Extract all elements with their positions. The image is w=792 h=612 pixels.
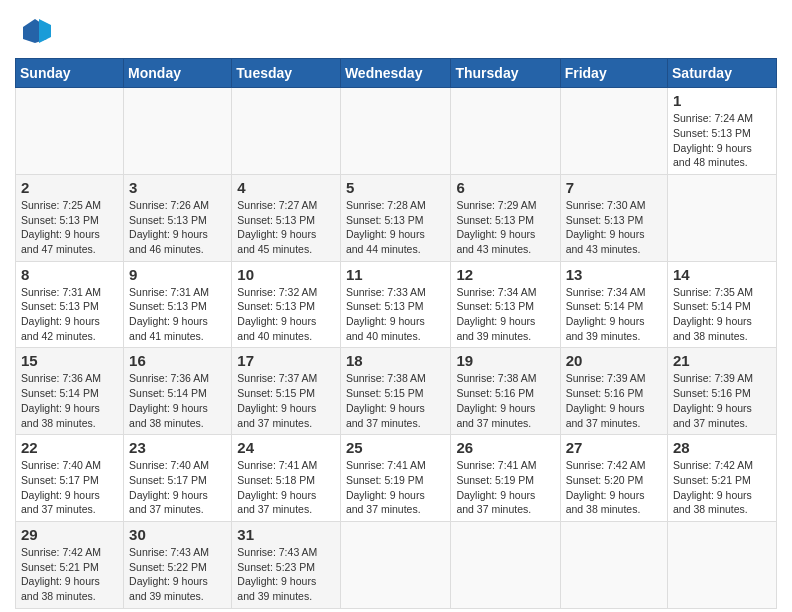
day-info: Sunrise: 7:25 AMSunset: 5:13 PMDaylight:… xyxy=(21,198,118,257)
day-info: Sunrise: 7:41 AMSunset: 5:18 PMDaylight:… xyxy=(237,458,335,517)
day-number: 23 xyxy=(129,439,226,456)
day-number: 19 xyxy=(456,352,554,369)
col-sunday: Sunday xyxy=(16,59,124,88)
day-info: Sunrise: 7:43 AMSunset: 5:23 PMDaylight:… xyxy=(237,545,335,604)
day-info: Sunrise: 7:42 AMSunset: 5:20 PMDaylight:… xyxy=(566,458,662,517)
table-row: 1Sunrise: 7:24 AMSunset: 5:13 PMDaylight… xyxy=(668,88,777,175)
col-friday: Friday xyxy=(560,59,667,88)
day-info: Sunrise: 7:40 AMSunset: 5:17 PMDaylight:… xyxy=(21,458,118,517)
day-info: Sunrise: 7:36 AMSunset: 5:14 PMDaylight:… xyxy=(21,371,118,430)
day-info: Sunrise: 7:34 AMSunset: 5:13 PMDaylight:… xyxy=(456,285,554,344)
calendar-week-row: 2Sunrise: 7:25 AMSunset: 5:13 PMDaylight… xyxy=(16,174,777,261)
day-info: Sunrise: 7:41 AMSunset: 5:19 PMDaylight:… xyxy=(346,458,446,517)
calendar-week-row: 15Sunrise: 7:36 AMSunset: 5:14 PMDayligh… xyxy=(16,348,777,435)
table-row: 29Sunrise: 7:42 AMSunset: 5:21 PMDayligh… xyxy=(16,521,124,608)
table-row xyxy=(451,521,560,608)
page-header xyxy=(15,15,777,48)
day-number: 4 xyxy=(237,179,335,196)
svg-marker-1 xyxy=(39,19,51,43)
day-info: Sunrise: 7:34 AMSunset: 5:14 PMDaylight:… xyxy=(566,285,662,344)
day-info: Sunrise: 7:37 AMSunset: 5:15 PMDaylight:… xyxy=(237,371,335,430)
table-row: 11Sunrise: 7:33 AMSunset: 5:13 PMDayligh… xyxy=(340,261,451,348)
day-info: Sunrise: 7:29 AMSunset: 5:13 PMDaylight:… xyxy=(456,198,554,257)
table-row xyxy=(451,88,560,175)
table-row: 10Sunrise: 7:32 AMSunset: 5:13 PMDayligh… xyxy=(232,261,341,348)
table-row: 17Sunrise: 7:37 AMSunset: 5:15 PMDayligh… xyxy=(232,348,341,435)
table-row: 13Sunrise: 7:34 AMSunset: 5:14 PMDayligh… xyxy=(560,261,667,348)
table-row: 20Sunrise: 7:39 AMSunset: 5:16 PMDayligh… xyxy=(560,348,667,435)
table-row: 31Sunrise: 7:43 AMSunset: 5:23 PMDayligh… xyxy=(232,521,341,608)
col-wednesday: Wednesday xyxy=(340,59,451,88)
table-row: 2Sunrise: 7:25 AMSunset: 5:13 PMDaylight… xyxy=(16,174,124,261)
table-row: 30Sunrise: 7:43 AMSunset: 5:22 PMDayligh… xyxy=(124,521,232,608)
day-info: Sunrise: 7:39 AMSunset: 5:16 PMDaylight:… xyxy=(673,371,771,430)
table-row: 15Sunrise: 7:36 AMSunset: 5:14 PMDayligh… xyxy=(16,348,124,435)
table-row xyxy=(16,88,124,175)
table-row: 9Sunrise: 7:31 AMSunset: 5:13 PMDaylight… xyxy=(124,261,232,348)
table-row xyxy=(340,88,451,175)
table-row: 7Sunrise: 7:30 AMSunset: 5:13 PMDaylight… xyxy=(560,174,667,261)
day-number: 14 xyxy=(673,266,771,283)
day-info: Sunrise: 7:32 AMSunset: 5:13 PMDaylight:… xyxy=(237,285,335,344)
table-row: 12Sunrise: 7:34 AMSunset: 5:13 PMDayligh… xyxy=(451,261,560,348)
day-info: Sunrise: 7:38 AMSunset: 5:15 PMDaylight:… xyxy=(346,371,446,430)
day-info: Sunrise: 7:41 AMSunset: 5:19 PMDaylight:… xyxy=(456,458,554,517)
day-info: Sunrise: 7:40 AMSunset: 5:17 PMDaylight:… xyxy=(129,458,226,517)
day-number: 9 xyxy=(129,266,226,283)
table-row: 22Sunrise: 7:40 AMSunset: 5:17 PMDayligh… xyxy=(16,435,124,522)
table-row xyxy=(560,88,667,175)
day-number: 27 xyxy=(566,439,662,456)
day-number: 31 xyxy=(237,526,335,543)
table-row xyxy=(340,521,451,608)
table-row: 21Sunrise: 7:39 AMSunset: 5:16 PMDayligh… xyxy=(668,348,777,435)
day-number: 10 xyxy=(237,266,335,283)
day-info: Sunrise: 7:39 AMSunset: 5:16 PMDaylight:… xyxy=(566,371,662,430)
day-number: 12 xyxy=(456,266,554,283)
day-number: 22 xyxy=(21,439,118,456)
table-row xyxy=(124,88,232,175)
day-number: 28 xyxy=(673,439,771,456)
table-row: 6Sunrise: 7:29 AMSunset: 5:13 PMDaylight… xyxy=(451,174,560,261)
day-number: 17 xyxy=(237,352,335,369)
day-number: 15 xyxy=(21,352,118,369)
table-row: 24Sunrise: 7:41 AMSunset: 5:18 PMDayligh… xyxy=(232,435,341,522)
day-number: 7 xyxy=(566,179,662,196)
day-info: Sunrise: 7:28 AMSunset: 5:13 PMDaylight:… xyxy=(346,198,446,257)
col-thursday: Thursday xyxy=(451,59,560,88)
table-row: 25Sunrise: 7:41 AMSunset: 5:19 PMDayligh… xyxy=(340,435,451,522)
day-number: 25 xyxy=(346,439,446,456)
table-row: 19Sunrise: 7:38 AMSunset: 5:16 PMDayligh… xyxy=(451,348,560,435)
day-number: 24 xyxy=(237,439,335,456)
table-row: 23Sunrise: 7:40 AMSunset: 5:17 PMDayligh… xyxy=(124,435,232,522)
table-row: 27Sunrise: 7:42 AMSunset: 5:20 PMDayligh… xyxy=(560,435,667,522)
day-number: 1 xyxy=(673,92,771,109)
day-info: Sunrise: 7:24 AMSunset: 5:13 PMDaylight:… xyxy=(673,111,771,170)
day-number: 2 xyxy=(21,179,118,196)
calendar-week-row: 22Sunrise: 7:40 AMSunset: 5:17 PMDayligh… xyxy=(16,435,777,522)
table-row: 16Sunrise: 7:36 AMSunset: 5:14 PMDayligh… xyxy=(124,348,232,435)
calendar-week-row: 29Sunrise: 7:42 AMSunset: 5:21 PMDayligh… xyxy=(16,521,777,608)
day-number: 26 xyxy=(456,439,554,456)
table-row: 28Sunrise: 7:42 AMSunset: 5:21 PMDayligh… xyxy=(668,435,777,522)
day-number: 30 xyxy=(129,526,226,543)
day-info: Sunrise: 7:31 AMSunset: 5:13 PMDaylight:… xyxy=(21,285,118,344)
table-row: 4Sunrise: 7:27 AMSunset: 5:13 PMDaylight… xyxy=(232,174,341,261)
day-info: Sunrise: 7:30 AMSunset: 5:13 PMDaylight:… xyxy=(566,198,662,257)
day-number: 16 xyxy=(129,352,226,369)
day-info: Sunrise: 7:26 AMSunset: 5:13 PMDaylight:… xyxy=(129,198,226,257)
calendar-week-row: 1Sunrise: 7:24 AMSunset: 5:13 PMDaylight… xyxy=(16,88,777,175)
col-saturday: Saturday xyxy=(668,59,777,88)
day-info: Sunrise: 7:33 AMSunset: 5:13 PMDaylight:… xyxy=(346,285,446,344)
col-tuesday: Tuesday xyxy=(232,59,341,88)
day-info: Sunrise: 7:42 AMSunset: 5:21 PMDaylight:… xyxy=(673,458,771,517)
day-info: Sunrise: 7:36 AMSunset: 5:14 PMDaylight:… xyxy=(129,371,226,430)
day-info: Sunrise: 7:31 AMSunset: 5:13 PMDaylight:… xyxy=(129,285,226,344)
day-number: 20 xyxy=(566,352,662,369)
day-number: 3 xyxy=(129,179,226,196)
calendar-header-row: Sunday Monday Tuesday Wednesday Thursday… xyxy=(16,59,777,88)
day-info: Sunrise: 7:43 AMSunset: 5:22 PMDaylight:… xyxy=(129,545,226,604)
calendar-week-row: 8Sunrise: 7:31 AMSunset: 5:13 PMDaylight… xyxy=(16,261,777,348)
day-number: 21 xyxy=(673,352,771,369)
table-row xyxy=(232,88,341,175)
table-row xyxy=(560,521,667,608)
